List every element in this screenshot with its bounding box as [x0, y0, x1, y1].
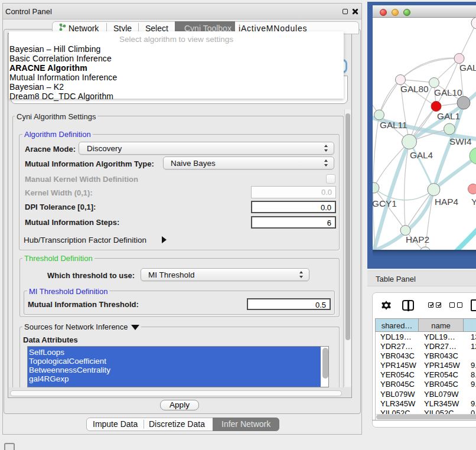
svg-text:HAP4: HAP4: [435, 197, 458, 207]
svg-text:GAL1: GAL1: [437, 111, 460, 121]
svg-text:GCY1: GCY1: [373, 198, 397, 208]
svg-text:GAL11: GAL11: [380, 120, 407, 130]
svg-text:SWI4: SWI4: [449, 136, 472, 146]
svg-text:GAL4: GAL4: [410, 150, 433, 160]
svg-text:GAL10: GAL10: [434, 87, 462, 97]
svg-text:YEL0: YEL0: [471, 197, 476, 207]
svg-text:GAL80: GAL80: [400, 84, 429, 94]
svg-text:GAL7: GAL7: [459, 63, 476, 73]
svg-text:HAP2: HAP2: [406, 234, 429, 244]
